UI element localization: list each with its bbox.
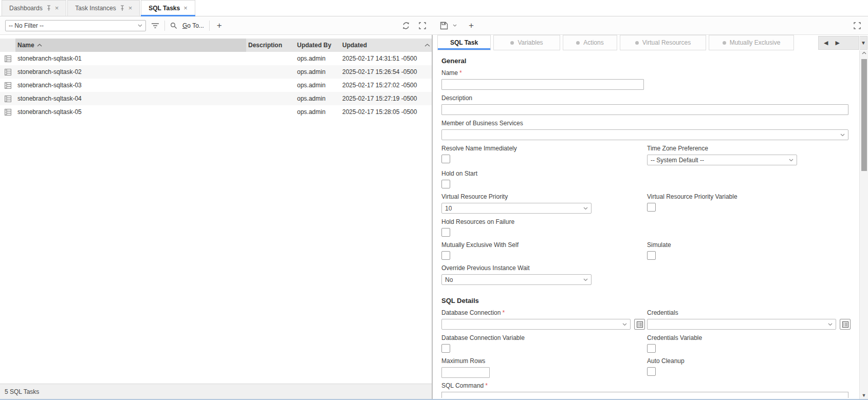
mutually-exclusive-with-self-checkbox[interactable]	[441, 251, 450, 260]
column-header-name[interactable]: Name	[15, 39, 246, 52]
override-previous-instance-wait-select[interactable]: No	[441, 274, 592, 285]
detail-tab-sql-task[interactable]: SQL Task	[437, 35, 491, 50]
hold-resources-on-failure-label: Hold Resources on Failure	[441, 218, 848, 225]
database-connection-select[interactable]	[441, 319, 631, 330]
hold-resources-on-failure-checkbox[interactable]	[441, 228, 450, 237]
record-details-icon	[842, 321, 848, 328]
sql-command-textarea[interactable]	[441, 392, 848, 398]
virtual-resource-priority-variable-checkbox[interactable]	[647, 203, 656, 212]
detail-tab-variables[interactable]: Variables	[493, 35, 560, 50]
toolbar-separator	[164, 21, 165, 31]
new-task-button[interactable]: +	[215, 22, 224, 30]
scrollbar-thumb[interactable]	[861, 59, 867, 171]
cell-name: stonebranch-sqltask-01	[15, 55, 246, 62]
tab-sql-tasks[interactable]: SQL Tasks ×	[141, 0, 195, 16]
chevron-down-icon	[583, 207, 588, 210]
name-input[interactable]	[441, 79, 644, 90]
detail-tab-label: Actions	[583, 39, 603, 46]
tab-scroll-left-icon[interactable]: ◀	[824, 40, 828, 46]
task-list-pane: Name Description Updated By Updated	[0, 35, 433, 399]
member-of-business-services-label: Member of Business Services	[441, 120, 848, 127]
detail-tab-nav: ◀ ▶	[818, 36, 859, 50]
tab-scroll-right-icon[interactable]: ▶	[835, 40, 839, 46]
scroll-up-icon[interactable]	[860, 51, 868, 54]
tab-dot-icon	[510, 41, 514, 45]
detail-tab-mutually-exclusive[interactable]: Mutually Exclusive	[709, 35, 794, 50]
main-area: Name Description Updated By Updated	[0, 35, 868, 399]
simulate-checkbox[interactable]	[647, 251, 656, 260]
chevron-down-icon	[828, 323, 833, 326]
toolbar: -- No Filter -- Go To... +	[0, 16, 868, 35]
auto-cleanup-checkbox[interactable]	[647, 367, 656, 376]
database-connection-variable-label: Database Connection Variable	[441, 334, 647, 341]
pin-icon[interactable]	[46, 5, 51, 11]
cell-updated: 2025-02-17 15:27:02 -0500	[340, 82, 422, 89]
detail-tab-virtual-resources[interactable]: Virtual Resources	[620, 35, 706, 50]
maximize-detail-icon[interactable]	[854, 22, 861, 29]
task-icon	[0, 96, 15, 102]
goto-button[interactable]: Go To...	[182, 22, 204, 29]
description-input[interactable]	[441, 104, 848, 115]
database-connection-details-button[interactable]	[634, 319, 645, 330]
scroll-down-icon[interactable]: ▼	[860, 393, 868, 398]
status-bar: 5 SQL Tasks	[0, 384, 432, 399]
search-icon[interactable]	[170, 22, 177, 29]
database-connection-label: Database Connection*	[441, 309, 647, 316]
filter-icon[interactable]	[151, 23, 159, 29]
task-form: General Name* Description Member of Busi…	[441, 57, 848, 398]
save-icon[interactable]	[440, 22, 448, 30]
chevron-down-icon	[789, 159, 793, 162]
tab-dot-icon	[723, 41, 726, 45]
credentials-select[interactable]	[647, 319, 836, 330]
cell-updated-by: ops.admin	[295, 68, 340, 75]
cell-name: stonebranch-sqltask-02	[15, 68, 246, 75]
resolve-name-immediately-checkbox[interactable]	[441, 155, 450, 163]
credentials-variable-label: Credentials Variable	[647, 334, 848, 341]
column-header-updated[interactable]: Updated	[340, 39, 422, 52]
close-icon[interactable]: ×	[183, 6, 188, 11]
virtual-resource-priority-select[interactable]: 10	[441, 203, 592, 214]
time-zone-preference-select[interactable]: -- System Default --	[647, 155, 797, 165]
column-label: Name	[17, 42, 34, 49]
grid-body: stonebranch-sqltask-01 ops.admin 2025-02…	[0, 52, 432, 384]
section-title-general: General	[441, 57, 848, 65]
task-detail-pane: SQL Task Variables Actions Virtual Resou…	[433, 35, 868, 399]
close-icon[interactable]: ×	[55, 6, 59, 11]
credentials-variable-checkbox[interactable]	[647, 344, 656, 353]
new-detail-button[interactable]: +	[467, 22, 476, 30]
column-header-description[interactable]: Description	[246, 39, 295, 52]
expand-grid-icon[interactable]	[419, 22, 426, 29]
save-menu-chevron-icon[interactable]	[453, 24, 457, 27]
column-header-updated-by[interactable]: Updated By	[295, 39, 340, 52]
table-row[interactable]: stonebranch-sqltask-01 ops.admin 2025-02…	[0, 52, 432, 65]
maximum-rows-input[interactable]	[441, 367, 490, 378]
tab-dashboards[interactable]: Dashboards ×	[2, 0, 66, 16]
table-row[interactable]: stonebranch-sqltask-02 ops.admin 2025-02…	[0, 65, 432, 79]
table-row[interactable]: stonebranch-sqltask-03 ops.admin 2025-02…	[0, 79, 432, 92]
goto-accelerator: G	[182, 22, 187, 29]
refresh-icon[interactable]	[402, 22, 410, 30]
tab-task-instances[interactable]: Task Instances ×	[67, 0, 140, 16]
filter-select[interactable]: -- No Filter --	[5, 20, 146, 31]
simulate-label: Simulate	[647, 241, 848, 249]
close-icon[interactable]: ×	[128, 6, 133, 11]
virtual-resource-priority-variable-label: Virtual Resource Priority Variable	[647, 193, 848, 200]
database-connection-variable-checkbox[interactable]	[441, 344, 450, 353]
header-menu-button[interactable]	[422, 39, 432, 52]
time-zone-preference-label: Time Zone Preference	[647, 145, 848, 152]
hold-on-start-checkbox[interactable]	[441, 180, 450, 188]
pin-icon[interactable]	[120, 5, 125, 11]
cell-updated: 2025-02-17 15:28:05 -0500	[340, 108, 422, 116]
member-of-business-services-select[interactable]	[441, 129, 848, 140]
tab-overflow-icon[interactable]: ▼	[860, 36, 867, 50]
cell-updated-by: ops.admin	[295, 55, 340, 62]
detail-scrollbar[interactable]: ▼	[859, 50, 868, 399]
description-label: Description	[441, 94, 848, 102]
required-marker: *	[502, 309, 505, 316]
table-row[interactable]: stonebranch-sqltask-05 ops.admin 2025-02…	[0, 105, 432, 119]
credentials-details-button[interactable]	[840, 319, 851, 330]
cell-updated-by: ops.admin	[295, 108, 340, 116]
column-header-icon[interactable]	[0, 39, 15, 52]
table-row[interactable]: stonebranch-sqltask-04 ops.admin 2025-02…	[0, 92, 432, 105]
detail-tab-actions[interactable]: Actions	[563, 35, 617, 50]
